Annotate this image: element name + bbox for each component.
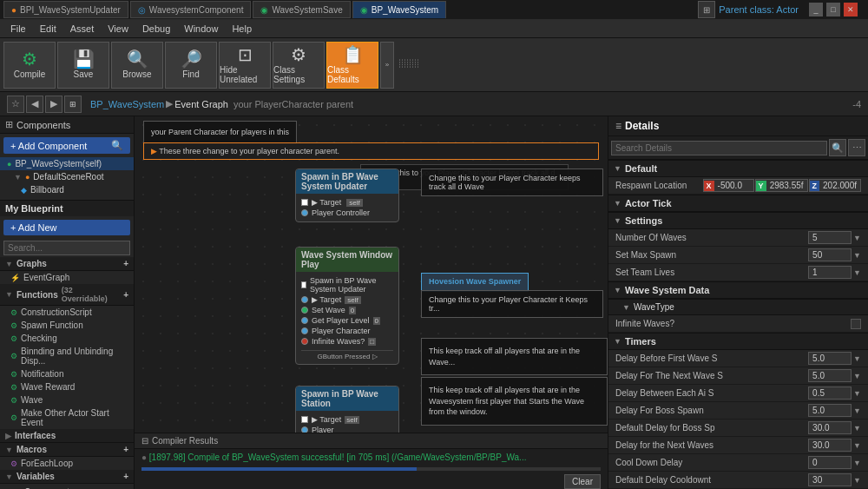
z-input[interactable]: Z 202.000f <box>809 179 861 192</box>
delay-next-wave-input[interactable] <box>808 369 852 382</box>
toolbar-more-button[interactable]: » <box>380 42 394 89</box>
infinite-waves-row: Infinite Waves? <box>608 315 868 333</box>
functions-section-header[interactable]: ▼ Functions (32 Overridable) + <box>0 284 134 306</box>
menu-view[interactable]: View <box>101 22 135 36</box>
wave-system-data-section[interactable]: ▼ Wave System Data <box>608 281 868 299</box>
binding-dispatch-item[interactable]: ⚙ Binnding and Unbinding Disp... <box>0 345 134 367</box>
event-graph-item[interactable]: ⚡ EventGraph <box>0 271 134 284</box>
variables-add-icon[interactable]: + <box>123 472 128 481</box>
notification-item[interactable]: ⚙ Notification <box>0 367 134 380</box>
clear-button[interactable]: Clear <box>564 474 601 489</box>
construction-script-item[interactable]: ⚙ ConstructionScript <box>0 306 134 319</box>
breadcrumb-bar: ☆ ◀ ▶ ⊞ BP_WaveSystem ▶ Event Graph your… <box>0 92 868 116</box>
tab-wsc[interactable]: ◎ WavesystemComponent <box>130 1 252 18</box>
class-defaults-icon: 📋 <box>342 46 364 63</box>
search-options-button[interactable]: ⋯ <box>848 139 865 156</box>
timers-section-header[interactable]: ▼ Timers <box>608 333 868 350</box>
checking-item[interactable]: ⚙ Checking <box>0 332 134 345</box>
delay-boss-input[interactable] <box>808 404 852 417</box>
variables-section-header[interactable]: ▼ Variables + <box>0 470 134 484</box>
vars-expand-icon: ▼ <box>5 472 13 481</box>
graphs-add-icon[interactable]: + <box>123 259 128 268</box>
tab-wss[interactable]: ◉ WaveSystemSave <box>253 1 350 18</box>
search-button[interactable]: 🔍 <box>829 139 846 156</box>
make-other-actor-item[interactable]: ⚙ Make Other Actor Start Event <box>0 406 134 429</box>
menu-edit[interactable]: Edit <box>33 22 63 36</box>
settings-arrow: ▼ <box>614 216 621 225</box>
default-section-header[interactable]: ▼ Default <box>608 160 868 177</box>
macros-add-icon[interactable]: + <box>123 445 128 454</box>
default-delay-boss-row: Default Delay for Boss Sp ▼ <box>608 420 868 437</box>
exec-dot <box>301 416 308 423</box>
default-scene-root[interactable]: ▼ ● DefaultSceneRoot <box>0 170 134 183</box>
delay-first-wave-val: ▼ <box>808 352 861 365</box>
nav-back-button[interactable]: ◀ <box>26 96 43 113</box>
class-settings-button[interactable]: ⚙ Class Settings <box>273 42 325 89</box>
find-button[interactable]: 🔎 Find <box>165 42 217 89</box>
class-settings-icon: ⚙ <box>291 46 306 63</box>
tab-bpi[interactable]: ● BPI_WaveSystemUpdater <box>3 1 128 18</box>
default-delay-boss-input[interactable] <box>808 421 852 434</box>
team-lives-arrow[interactable]: ▼ <box>853 268 861 277</box>
default-cooldown-input[interactable] <box>808 473 852 486</box>
menu-help[interactable]: Help <box>225 22 259 36</box>
menu-window[interactable]: Window <box>177 22 225 36</box>
delay-first-wave-input[interactable] <box>808 352 852 365</box>
delay-between-ai-input[interactable] <box>808 387 852 400</box>
delay-next-wave-val: ▼ <box>808 369 861 382</box>
class-defaults-button[interactable]: 📋 Class Defaults <box>326 42 378 89</box>
bp-wave-system-self[interactable]: ● BP_WaveSystem(self) <box>0 157 134 170</box>
wr-icon: ⚙ <box>10 383 17 392</box>
infinite-waves-checkbox[interactable] <box>851 319 861 329</box>
hide-unrelated-button[interactable]: ⊡ Hide Unrelated <box>219 42 271 89</box>
add-new-button[interactable]: + Add New <box>3 220 130 235</box>
actor-tick-section-header[interactable]: ▼ Actor Tick <box>608 195 868 212</box>
tab-bpw[interactable]: ◉ BP_WaveSystem <box>352 1 446 18</box>
details-search-input[interactable] <box>611 141 827 155</box>
nav-star-button[interactable]: ☆ <box>7 96 24 113</box>
delay-next-waves-input[interactable] <box>808 439 852 452</box>
add-component-button[interactable]: + Add Component 🔍 <box>3 137 130 154</box>
functions-add-icon[interactable]: + <box>123 290 128 300</box>
bp-node-header: Spawn in BP Wave System Updater <box>296 169 398 194</box>
details-icon: ≡ <box>615 120 621 132</box>
spawn-function-item[interactable]: ⚙ Spawn Function <box>0 319 134 332</box>
menu-asset[interactable]: Asset <box>63 22 102 36</box>
num-waves-arrow[interactable]: ▼ <box>853 234 861 242</box>
details-search-bar: 🔍 ⋯ <box>608 136 868 160</box>
breadcrumb-root[interactable]: BP_WaveSystem <box>90 99 164 109</box>
x-input[interactable]: X -500.0 <box>703 179 754 192</box>
var-components[interactable]: Components <box>0 486 134 489</box>
wave-item[interactable]: ⚙ Wave <box>0 393 134 406</box>
menu-debug[interactable]: Debug <box>135 22 177 36</box>
minimize-button[interactable]: _ <box>809 3 823 17</box>
wave-type-sub-header[interactable]: ▼ WaveType <box>608 299 868 315</box>
my-blueprint-search[interactable] <box>3 241 130 255</box>
menu-file[interactable]: File <box>3 22 33 36</box>
num-waves-input[interactable] <box>808 231 852 244</box>
maximize-button[interactable]: □ <box>826 3 840 17</box>
team-lives-input[interactable] <box>808 266 852 279</box>
tooltip-hovership: Hovesion Wave Spawner <box>421 273 529 292</box>
hide-unrelated-icon: ⊡ <box>238 46 253 63</box>
foreach-loop-item[interactable]: ⚙ ForEachLoop <box>0 457 134 470</box>
compile-button[interactable]: ⚙ Compile <box>3 42 56 89</box>
cool-down-input[interactable] <box>808 456 852 469</box>
wave-reward-item[interactable]: ⚙ Wave Reward <box>0 380 134 393</box>
y-input[interactable]: Y 2983.55f <box>755 179 808 192</box>
delay-boss-spawn-row: Delay For Boss Spawn ▼ <box>608 402 868 420</box>
save-button[interactable]: 💾 Save <box>57 42 109 89</box>
compiler-bar: ⊟ Compiler Results ● [1897.98] Compile o… <box>135 433 608 489</box>
max-spawn-input[interactable] <box>808 248 852 261</box>
interfaces-section-header[interactable]: ▶ Interfaces <box>0 429 134 443</box>
graphs-section-header[interactable]: ▼ Graphs + <box>0 257 134 271</box>
macros-section-header[interactable]: ▼ Macros + <box>0 443 134 457</box>
close-button[interactable]: ✕ <box>844 3 858 17</box>
settings-section-header[interactable]: ▼ Settings <box>608 212 868 229</box>
max-spawn-arrow[interactable]: ▼ <box>853 251 861 260</box>
nav-forward-button[interactable]: ▶ <box>45 96 62 113</box>
scene-root-icon: ● <box>25 173 30 182</box>
set-team-lives-row: Set Team Lives ▼ <box>608 264 868 281</box>
billboard-item[interactable]: ◆ Billboard <box>0 183 134 196</box>
browse-button[interactable]: 🔍 Browse <box>111 42 163 89</box>
